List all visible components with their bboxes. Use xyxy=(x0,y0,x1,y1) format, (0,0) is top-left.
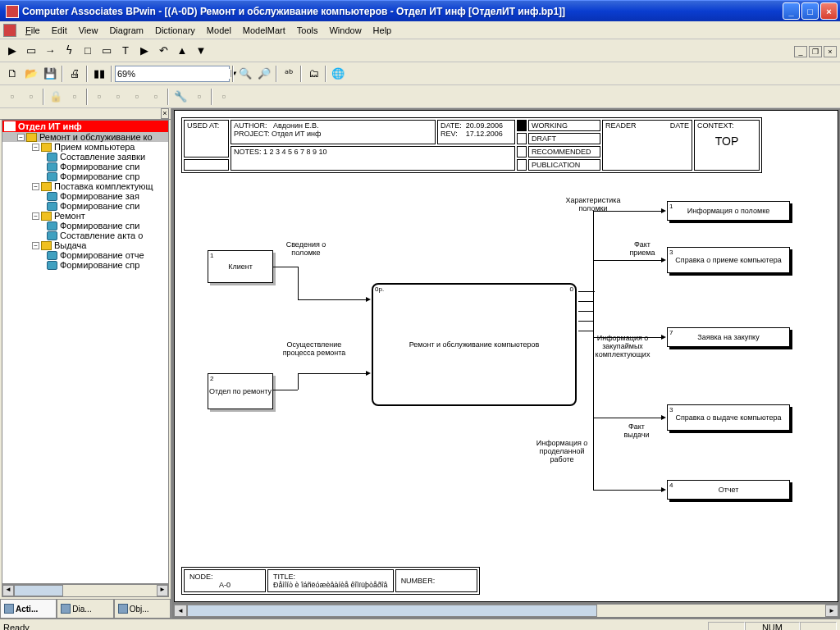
activity-tool[interactable]: ▭ xyxy=(22,42,40,60)
print-button[interactable]: 🖨 xyxy=(66,65,84,83)
menubar: File Edit View Diagram Dictionary Model … xyxy=(0,21,840,39)
diagram-label: Информация о проделанной работе xyxy=(529,439,595,463)
maximize-button[interactable]: □ xyxy=(801,2,819,20)
window-title: Computer Associates BPwin - [(A-0D) Ремо… xyxy=(22,6,783,17)
status-num: NUM xyxy=(745,622,800,631)
pointer-tool[interactable]: ▶ xyxy=(3,42,21,60)
tab-objects[interactable]: Obj... xyxy=(114,600,171,619)
new-button[interactable]: 🗋 xyxy=(3,65,21,83)
up-tool[interactable]: ▲ xyxy=(173,42,191,60)
tree-view[interactable]: Отдел ИТ инф −Ремонт и обслуживание ко −… xyxy=(2,120,169,584)
diagram-label: Сведения о поломке xyxy=(281,240,331,257)
explorer-close-icon[interactable]: × xyxy=(161,108,169,119)
mdi-restore-button[interactable]: ❐ xyxy=(809,46,822,57)
menu-tools[interactable]: Tools xyxy=(291,24,324,37)
tree-item[interactable]: Формирование зая xyxy=(2,191,168,201)
doc-icon xyxy=(3,24,16,37)
diagram-output-4[interactable]: 3Справка о выдаче компьютера xyxy=(667,404,790,431)
mm-btn-2: ▫ xyxy=(22,88,40,106)
box-tool[interactable]: □ xyxy=(79,42,97,60)
explorer-tabs: Acti... Dia... Obj... xyxy=(0,599,171,619)
diagram-label: Характеристика поломки xyxy=(560,196,626,212)
diagram-node-main[interactable]: 0р.0Ремонт и обслуживание компьютеров xyxy=(372,283,577,406)
tab-diagrams[interactable]: Dia... xyxy=(57,600,113,619)
spell-button[interactable]: ᵃᵇ xyxy=(280,65,298,83)
mdi-close-button[interactable]: × xyxy=(824,46,837,57)
tree-item[interactable]: Формирование отче xyxy=(2,250,168,260)
tree-item[interactable]: −Ремонт и обслуживание ко xyxy=(2,132,168,142)
tree-item[interactable]: Формирование спр xyxy=(2,260,168,270)
tree-item[interactable]: −Выдача xyxy=(2,240,168,250)
tree-item[interactable]: −Ремонт xyxy=(2,211,168,221)
diagram-output-3[interactable]: 7Заявка на закупку xyxy=(667,327,790,347)
diagram-node-dept[interactable]: 2Отдел по ремонту xyxy=(208,373,273,409)
zoomin-button[interactable]: 🔍 xyxy=(236,65,254,83)
titlebar: Computer Associates BPwin - [(A-0D) Ремо… xyxy=(0,0,840,21)
toolbar-file: 🗋 📂 💾 🖨 ▮▮ ▼ 🔍 🔎 ᵃᵇ 🗂 🌐 xyxy=(0,62,840,85)
undo-tool[interactable]: ↶ xyxy=(154,42,172,60)
menu-model[interactable]: Model xyxy=(201,24,237,37)
tree-item[interactable]: Формирование спи xyxy=(2,221,168,231)
text-tool[interactable]: T xyxy=(116,42,135,60)
open-button[interactable]: 📂 xyxy=(22,65,40,83)
diagram-label: Факт приема xyxy=(622,240,663,257)
menu-help[interactable]: Help xyxy=(368,24,398,37)
mm-btn-8[interactable]: 🔧 xyxy=(171,88,189,106)
toolbar-modelmart: ▫ ▫ 🔒 ▫ ▫ ▫ ▫ ▫ 🔧 ▫ ▫ xyxy=(0,85,840,108)
minimize-button[interactable]: _ xyxy=(783,2,800,20)
canvas-hscroll[interactable]: ◄► xyxy=(174,604,838,617)
menu-edit[interactable]: Edit xyxy=(46,24,73,37)
close-button[interactable]: × xyxy=(820,2,838,20)
play-tool[interactable]: ▶ xyxy=(135,42,153,60)
mm-btn-6: ▫ xyxy=(128,88,146,106)
toolbar-shapes: ▶ ▭ → ϟ □ ▭ T ▶ ↶ ▲ ▼ xyxy=(0,39,840,62)
app-icon xyxy=(6,5,19,18)
rect-tool[interactable]: ▭ xyxy=(98,42,116,60)
mm-btn-1: ▫ xyxy=(3,88,21,106)
tree-root[interactable]: Отдел ИТ инф xyxy=(2,121,168,132)
diagram-output-1[interactable]: 1Информация о поломке xyxy=(667,201,790,221)
tree-item[interactable]: Составление заявки xyxy=(2,152,168,162)
report-button[interactable]: ▮▮ xyxy=(90,65,108,83)
tree-item[interactable]: Составление акта о xyxy=(2,231,168,240)
tree-item[interactable]: Формирование спи xyxy=(2,162,168,171)
status-empty xyxy=(708,622,745,631)
menu-view[interactable]: View xyxy=(73,24,104,37)
mdi-minimize-button[interactable]: _ xyxy=(794,46,807,57)
mm-btn-9: ▫ xyxy=(190,88,208,106)
explorer-header: × xyxy=(0,108,171,120)
mm-lock-button: 🔒 xyxy=(47,88,65,106)
canvas-area: USED AT: AUTHOR: Авдонин Е.В.PROJECT: От… xyxy=(172,108,840,619)
zoom-combo[interactable]: ▼ xyxy=(115,66,230,82)
modelmart-button[interactable]: 🌐 xyxy=(329,65,347,83)
save-button[interactable]: 💾 xyxy=(41,65,59,83)
menu-window[interactable]: Window xyxy=(323,24,367,37)
diagram-node-client[interactable]: 1Клиент xyxy=(208,250,273,283)
explorer-hscroll[interactable]: ◄► xyxy=(2,584,169,597)
tab-activities[interactable]: Acti... xyxy=(0,600,57,619)
mm-btn-4: ▫ xyxy=(90,88,108,106)
status-ready: Ready xyxy=(3,623,708,631)
diagram-footer-table: NODE:A-0 TITLE:Ðåìîíò è îáñëóæèâàíèå êîì… xyxy=(181,567,480,595)
diagram-canvas[interactable]: USED AT: AUTHOR: Авдонин Е.В.PROJECT: От… xyxy=(174,110,838,602)
diagram-output-5[interactable]: 4Отчет xyxy=(667,480,790,500)
tree-item[interactable]: −Прием компьютера xyxy=(2,142,168,152)
tree-item[interactable]: Формирование спи xyxy=(2,201,168,211)
menu-file[interactable]: File xyxy=(20,24,46,37)
diagram-output-2[interactable]: 3Справка о приеме компьютера xyxy=(667,247,790,273)
zoom-input[interactable] xyxy=(117,69,231,79)
status-empty2 xyxy=(800,622,837,631)
menu-modelmart[interactable]: ModelMart xyxy=(237,24,291,37)
model-explorer: × Отдел ИТ инф −Ремонт и обслуживание ко… xyxy=(0,108,172,619)
statusbar: Ready NUM xyxy=(0,619,840,630)
arrow-tool[interactable]: → xyxy=(41,42,59,60)
mm-btn-5: ▫ xyxy=(109,88,127,106)
zoomout-button[interactable]: 🔎 xyxy=(255,65,273,83)
tree-item[interactable]: Формирование спр xyxy=(2,171,168,181)
explorer-button[interactable]: 🗂 xyxy=(304,65,322,83)
squiggle-tool[interactable]: ϟ xyxy=(60,42,78,60)
down-tool[interactable]: ▼ xyxy=(192,42,210,60)
tree-item[interactable]: −Поставка комплектующ xyxy=(2,181,168,191)
menu-diagram[interactable]: Diagram xyxy=(103,24,149,37)
menu-dictionary[interactable]: Dictionary xyxy=(149,24,201,37)
